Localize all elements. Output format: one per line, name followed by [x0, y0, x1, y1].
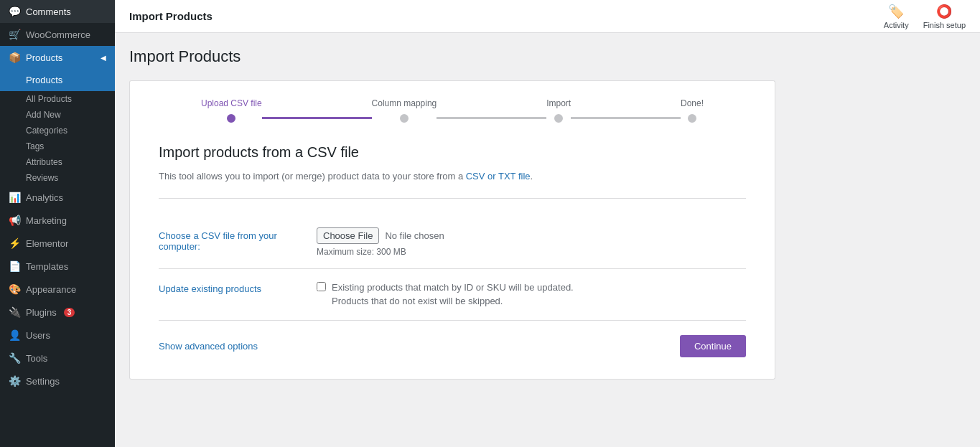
sidebar-label-add-new: Add New [26, 110, 61, 120]
sidebar-item-products-sub[interactable]: Products [0, 69, 115, 91]
topbar-actions: 🏷️ Activity ⭕ Finish setup [884, 4, 966, 29]
sidebar-label-products-sub: Products [26, 75, 62, 85]
step-dot-done [688, 114, 696, 123]
step-dot-mapping [400, 114, 409, 123]
card-desc-text: This tool allows you to import (or merge… [159, 171, 466, 182]
topbar-title: Import Products [129, 10, 213, 22]
sidebar-label-marketing: Marketing [26, 215, 67, 226]
step-label-import: Import [546, 98, 571, 108]
sidebar-label-attributes: Attributes [26, 157, 62, 167]
sidebar-label-categories: Categories [26, 126, 67, 136]
card-desc-period: . [531, 171, 533, 182]
update-existing-control: Existing products that match by ID or SK… [317, 281, 746, 309]
finish-setup-label: Finish setup [923, 21, 966, 29]
users-icon: 👤 [9, 329, 20, 341]
step-import: Import [546, 98, 571, 123]
sidebar-item-analytics[interactable]: 📊 Analytics [0, 186, 115, 209]
no-file-text: No file chosen [385, 230, 444, 241]
templates-icon: 📄 [9, 260, 20, 272]
choose-file-button[interactable]: Choose File [317, 227, 379, 244]
sidebar-item-elementor[interactable]: ⚡ Elementor [0, 232, 115, 255]
csv-link[interactable]: CSV or TXT file [466, 171, 531, 182]
analytics-icon: 📊 [9, 192, 20, 203]
file-input-control: Choose File No file chosen Maximum size:… [317, 227, 746, 257]
sidebar-label-reviews: Reviews [26, 173, 58, 183]
comments-icon: 💬 [9, 6, 20, 17]
sidebar-label-tags: Tags [26, 141, 44, 151]
products-arrow: ◀ [101, 54, 106, 62]
sidebar-label-tools: Tools [26, 353, 47, 364]
sidebar-item-attributes[interactable]: Attributes [0, 154, 115, 170]
woocommerce-icon: 🛒 [9, 29, 20, 40]
skip-text: Products that do not exist will be skipp… [332, 296, 503, 306]
finish-setup-button[interactable]: ⭕ Finish setup [923, 4, 966, 29]
import-card: Import products from a CSV file This too… [129, 123, 775, 380]
choose-file-row: Choose a CSV file from your computer: Ch… [159, 216, 746, 269]
show-advanced-button[interactable]: Show advanced options [159, 341, 258, 352]
activity-label: Activity [884, 21, 909, 29]
sidebar-item-tags[interactable]: Tags [0, 138, 115, 154]
step-upload-csv: Upload CSV file [201, 98, 262, 123]
card-footer: Show advanced options Continue [159, 321, 746, 357]
content-area: Import Products Upload CSV file Co [115, 33, 980, 447]
sidebar-item-categories[interactable]: Categories [0, 123, 115, 138]
step-label-mapping: Column mapping [372, 98, 437, 108]
activity-button[interactable]: 🏷️ Activity [884, 4, 909, 29]
sidebar-item-products-parent[interactable]: 📦 Products ◀ [0, 46, 115, 69]
sidebar-label-templates: Templates [26, 261, 68, 272]
sidebar-item-plugins[interactable]: 🔌 Plugins 3 [0, 301, 115, 324]
plugins-icon: 🔌 [9, 306, 20, 318]
sidebar-item-add-new[interactable]: Add New [0, 107, 115, 123]
sidebar: 💬 Comments 🛒 WooCommerce 📦 Products ◀ Pr… [0, 0, 115, 447]
sidebar-label-elementor: Elementor [26, 238, 68, 249]
sidebar-item-marketing[interactable]: 📢 Marketing [0, 209, 115, 232]
topbar: Import Products 🏷️ Activity ⭕ Finish set… [115, 0, 980, 33]
page-title: Import Products [129, 47, 966, 66]
plugins-badge: 3 [64, 308, 75, 317]
sidebar-item-woocommerce[interactable]: 🛒 WooCommerce [0, 23, 115, 46]
sidebar-label-appearance: Appearance [26, 284, 76, 295]
sidebar-item-templates[interactable]: 📄 Templates [0, 255, 115, 278]
step-dot-upload [227, 114, 235, 123]
sidebar-label-users: Users [26, 330, 50, 341]
sidebar-item-all-products[interactable]: All Products [0, 91, 115, 107]
stepper-row: Upload CSV file Column mapping Import [201, 95, 704, 123]
marketing-icon: 📢 [9, 215, 20, 226]
appearance-icon: 🎨 [9, 283, 20, 295]
elementor-icon: ⚡ [9, 237, 20, 249]
update-existing-row: Update existing products Existing produc… [159, 269, 746, 321]
step-line-3 [571, 117, 681, 119]
update-existing-desc-text: Existing products that match by ID or SK… [332, 282, 574, 293]
sidebar-item-appearance[interactable]: 🎨 Appearance [0, 278, 115, 301]
sidebar-item-settings[interactable]: ⚙️ Settings [0, 370, 115, 392]
stepper-container: Upload CSV file Column mapping Import [129, 80, 775, 123]
sidebar-item-reviews[interactable]: Reviews [0, 170, 115, 186]
sidebar-label-settings: Settings [26, 376, 60, 387]
update-existing-checkbox[interactable] [317, 282, 326, 291]
tools-icon: 🔧 [9, 352, 20, 364]
step-done: Done! [681, 98, 704, 123]
products-icon: 📦 [9, 52, 20, 63]
sidebar-label-comments: Comments [26, 6, 71, 17]
continue-button[interactable]: Continue [680, 335, 746, 357]
step-column-mapping: Column mapping [372, 98, 437, 123]
sidebar-label-plugins: Plugins [26, 307, 57, 318]
sidebar-item-tools[interactable]: 🔧 Tools [0, 347, 115, 370]
card-description: This tool allows you to import (or merge… [159, 169, 746, 199]
sidebar-label-all-products: All Products [26, 94, 72, 104]
file-input-wrapper: Choose File No file chosen [317, 227, 746, 244]
sidebar-item-comments[interactable]: 💬 Comments [0, 0, 115, 23]
sidebar-item-users[interactable]: 👤 Users [0, 324, 115, 347]
update-existing-desc[interactable]: Existing products that match by ID or SK… [332, 281, 574, 309]
sidebar-label-analytics: Analytics [26, 192, 63, 203]
finish-setup-icon: ⭕ [936, 4, 952, 19]
sidebar-label-products-parent: Products [26, 52, 62, 63]
choose-csv-label: Choose a CSV file from your computer: [159, 227, 302, 252]
step-line-1 [262, 117, 372, 119]
sidebar-label-woocommerce: WooCommerce [26, 29, 90, 40]
update-checkbox-row: Existing products that match by ID or SK… [317, 281, 746, 309]
update-existing-label: Update existing products [159, 281, 302, 294]
main-area: Import Products 🏷️ Activity ⭕ Finish set… [115, 0, 980, 447]
card-title: Import products from a CSV file [159, 144, 746, 161]
step-dot-import [554, 114, 563, 123]
